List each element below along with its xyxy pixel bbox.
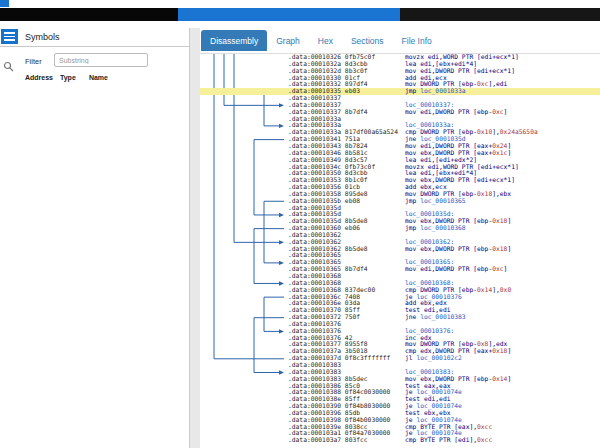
topbar-segment-right — [400, 8, 600, 21]
tab-graph[interactable]: Graph — [267, 30, 309, 51]
symbol-filter-input[interactable] — [54, 53, 148, 67]
main-area: DisassemblyGraphHexSectionsFile Info .da… — [200, 28, 600, 448]
asm-row[interactable]: .data:0001033a 817df00a65a524cmp DWORD P… — [200, 129, 600, 136]
tab-bar: DisassemblyGraphHexSectionsFile Info — [200, 30, 600, 54]
asm-row[interactable]: .data:0001033a — [200, 116, 600, 123]
asm-row[interactable]: .data:00010349 8d3c57lea edi,[edi+edx*2] — [200, 157, 600, 164]
asm-row[interactable]: .data:0001038e 85fftest edi,edi — [200, 396, 600, 403]
asm-row[interactable]: .data:00010398 0f84b0030000je loc_000107… — [200, 417, 600, 424]
asm-row[interactable]: .data:0001037a 3b5018cmp edx,DWORD PTR [… — [200, 348, 600, 355]
asm-row[interactable]: .data:00010372 750fjne loc_00010383 — [200, 314, 600, 321]
asm-instruction: mov edi,DWORD PTR [ebp-0xc] — [405, 109, 507, 116]
asm-row[interactable]: .data:00010386 85c0test eax,eax — [200, 383, 600, 390]
tab-file-info[interactable]: File Info — [393, 30, 441, 51]
asm-row[interactable]: .data:00010341 751ajne loc_0001035d — [200, 136, 600, 143]
asm-row[interactable]: .data:000103a7 803fcccmp BYTE PTR [edi],… — [200, 437, 600, 444]
asm-row[interactable]: .data:0001039e 8038cccmp BYTE PTR [eax],… — [200, 424, 600, 431]
column-header-name: Name — [89, 74, 108, 81]
topbar-segment-left — [0, 8, 178, 21]
asm-label-row[interactable]: .data:00010383loc_00010383: — [200, 369, 600, 376]
asm-row[interactable]: .data:00010330 01cfadd edi,ecx — [200, 75, 600, 82]
topbar — [0, 8, 600, 21]
asm-instruction: mov ebx,DWORD PTR [ebp-0x18] — [405, 246, 511, 253]
asm-address: .data:000103a7 803fcc — [288, 437, 368, 444]
asm-row[interactable]: .data:0001034c 0fb73c0fmovzx edi,WORD PT… — [200, 164, 600, 171]
asm-row[interactable]: .data:00010377 8955f8mov DWORD PTR [ebp-… — [200, 341, 600, 348]
filter-label: Filter — [25, 57, 42, 66]
asm-row[interactable]: .data:00010396 85dbtest ebx,ebx — [200, 410, 600, 417]
asm-instruction: cmp BYTE PTR [edi],0xcc — [405, 437, 492, 444]
asm-instruction: jmp loc_00010365 — [405, 198, 466, 205]
asm-row[interactable]: .data:00010368 — [200, 273, 600, 280]
asm-row[interactable]: .data:0001035d 8b5de8mov ebx,DWORD PTR [… — [200, 218, 600, 225]
asm-row[interactable]: .data:00010343 8b7824mov edi,DWORD PTR [… — [200, 143, 600, 150]
asm-row[interactable]: .data:00010358 895de8mov DWORD PTR [ebp-… — [200, 191, 600, 198]
asm-row[interactable]: .data:00010353 8b1c0fmov ebx,DWORD PTR [… — [200, 177, 600, 184]
symbols-panel-title: Symbols — [25, 32, 60, 42]
topbar-accent-chip — [0, 0, 9, 7]
panel-splitter[interactable] — [190, 28, 200, 448]
asm-row[interactable]: .data:000103a1 0f84a7030000je loc_000107… — [200, 430, 600, 437]
search-icon — [3, 58, 14, 69]
symbols-panel-header: Symbols — [0, 28, 189, 47]
asm-row[interactable]: .data:00010335 eb03jmp loc_0001033a — [200, 88, 600, 95]
asm-row[interactable]: .data:00010350 8d3cbblea edi,[ebx+edi*4] — [200, 170, 600, 177]
asm-label-row[interactable]: .data:00010337loc_00010337: — [200, 102, 600, 109]
asm-row[interactable]: .data:00010346 8b581cmov ebx,DWORD PTR [… — [200, 150, 600, 157]
asm-row[interactable]: .data:0001036e 03daadd ebx,edx — [200, 300, 600, 307]
asm-row[interactable]: .data:00010370 85fftest edi,edi — [200, 307, 600, 314]
asm-row[interactable]: .data:00010390 0f84b8030000je loc_000107… — [200, 403, 600, 410]
asm-row[interactable]: .data:0001037d 0f8c3fffffffjl loc_000102… — [200, 355, 600, 362]
asm-row[interactable]: .data:00010362 — [200, 232, 600, 239]
asm-instruction: jl loc_000102c2 — [405, 355, 462, 362]
symbols-panel: Symbols Filter Address Type Name — [0, 28, 190, 448]
asm-row[interactable]: .data:00010388 0f84c0030000je loc_000107… — [200, 389, 600, 396]
symbol-list — [0, 86, 189, 448]
asm-row[interactable]: .data:00010332 897df4mov DWORD PTR [ebp-… — [200, 81, 600, 88]
symbol-table-headers: Address Type Name — [25, 74, 108, 81]
asm-row[interactable]: .data:0001032d 8b3c0fmov edi,DWORD PTR [… — [200, 68, 600, 75]
asm-row[interactable]: .data:0001036c 7408je loc_00010376 — [200, 294, 600, 301]
asm-row[interactable]: .data:00010365 8b7df4mov edi,DWORD PTR [… — [200, 266, 600, 273]
asm-row[interactable]: .data:00010368 837dec00cmp DWORD PTR [eb… — [200, 287, 600, 294]
asm-row[interactable]: .data:0001035d — [200, 205, 600, 212]
asm-label-row[interactable]: .data:0001035dloc_0001035d: — [200, 211, 600, 218]
asm-row[interactable]: .data:00010326 0fb75c0fmovzx edi,WORD PT… — [200, 54, 600, 61]
asm-label-row[interactable]: .data:00010365loc_00010365: — [200, 259, 600, 266]
asm-row[interactable]: .data:00010383 — [200, 362, 600, 369]
asm-row[interactable]: .data:00010360 eb06jmp loc_00010368 — [200, 225, 600, 232]
asm-row[interactable]: .data:00010362 8b5de8mov ebx,DWORD PTR [… — [200, 246, 600, 253]
asm-instruction: mov edi,DWORD PTR [ebp-0xc] — [405, 266, 507, 273]
asm-row[interactable]: .data:00010376 — [200, 321, 600, 328]
asm-label-row[interactable]: .data:00010362loc_00010362: — [200, 239, 600, 246]
asm-label-row[interactable]: .data:00010368loc_00010368: — [200, 280, 600, 287]
tab-sections[interactable]: Sections — [342, 30, 393, 51]
asm-row[interactable]: .data:00010376 42inc edx — [200, 335, 600, 342]
asm-instruction: jmp loc_0001033a — [405, 88, 466, 95]
column-header-address: Address — [25, 74, 58, 81]
asm-row[interactable]: .data:00010337 — [200, 95, 600, 102]
asm-row[interactable]: .data:0001032a 8d3cbblea edi,[ebx+edi*4] — [200, 61, 600, 68]
asm-instruction: jne loc_00010383 — [405, 314, 466, 321]
asm-row[interactable]: .data:00010383 8b5decmov ebx,DWORD PTR [… — [200, 376, 600, 383]
asm-label-row[interactable]: .data:0001033aloc_0001033a: — [200, 122, 600, 129]
menu-button[interactable] — [1, 29, 18, 44]
disassembly-listing: .data:00010326 0fb75c0fmovzx edi,WORD PT… — [200, 54, 600, 448]
asm-row[interactable]: .data:00010337 8b7df4mov edi,DWORD PTR [… — [200, 109, 600, 116]
asm-row[interactable]: .data:00010365 — [200, 252, 600, 259]
asm-label-row[interactable]: .data:00010376loc_00010376: — [200, 328, 600, 335]
column-header-type: Type — [60, 74, 87, 81]
topbar-segment-blue — [178, 8, 400, 21]
asm-row[interactable]: .data:0001035b eb08jmp loc_00010365 — [200, 198, 600, 205]
tab-disassembly[interactable]: Disassembly — [201, 30, 267, 51]
asm-instruction: jmp loc_00010368 — [405, 225, 466, 232]
asm-row[interactable]: .data:00010356 01cbadd ebx,ecx — [200, 184, 600, 191]
tab-hex[interactable]: Hex — [309, 30, 342, 51]
